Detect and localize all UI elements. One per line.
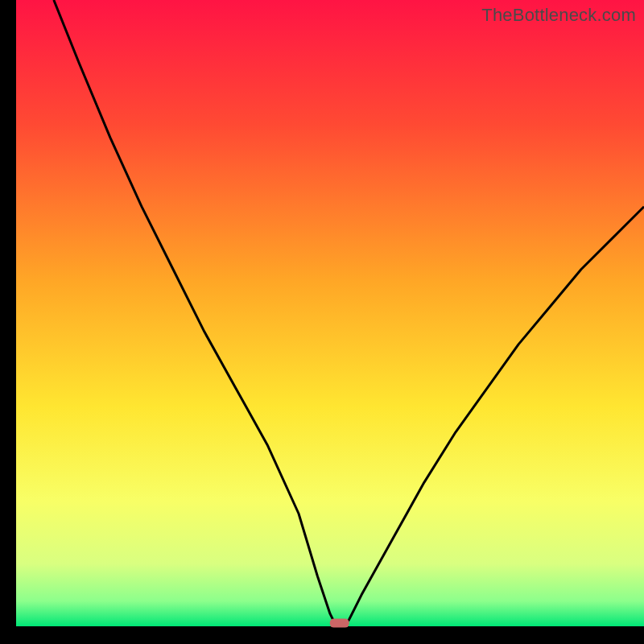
plot-background	[16, 0, 644, 626]
watermark-text: TheBottleneck.com	[481, 5, 636, 26]
frame-left	[0, 0, 16, 644]
frame-bottom	[0, 626, 644, 644]
bottleneck-chart	[0, 0, 644, 644]
chart-stage: TheBottleneck.com	[0, 0, 644, 644]
optimal-marker	[330, 619, 349, 628]
